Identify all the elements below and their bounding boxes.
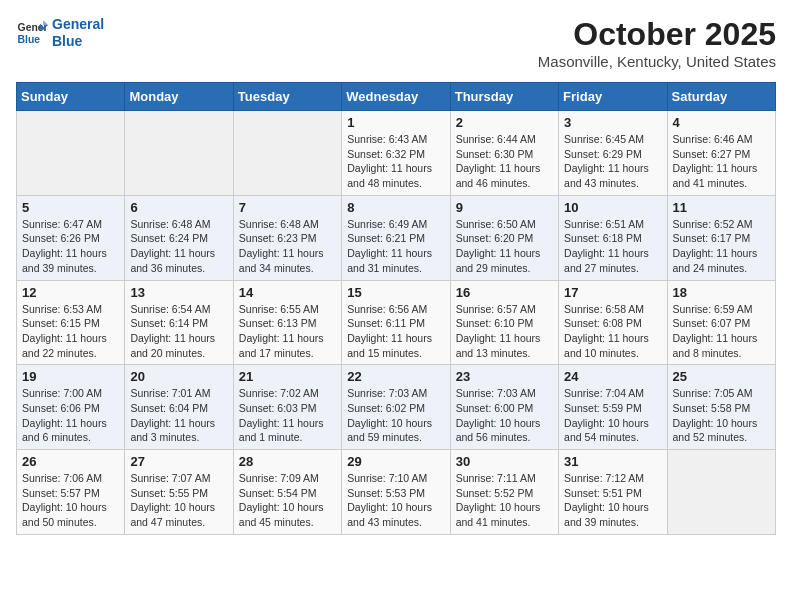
day-number: 22	[347, 369, 444, 384]
day-info: Sunrise: 6:48 AM Sunset: 6:24 PM Dayligh…	[130, 217, 227, 276]
calendar-cell: 15Sunrise: 6:56 AM Sunset: 6:11 PM Dayli…	[342, 280, 450, 365]
day-info: Sunrise: 6:55 AM Sunset: 6:13 PM Dayligh…	[239, 302, 336, 361]
day-info: Sunrise: 7:09 AM Sunset: 5:54 PM Dayligh…	[239, 471, 336, 530]
calendar-cell: 8Sunrise: 6:49 AM Sunset: 6:21 PM Daylig…	[342, 195, 450, 280]
day-number: 31	[564, 454, 661, 469]
day-info: Sunrise: 6:57 AM Sunset: 6:10 PM Dayligh…	[456, 302, 553, 361]
day-number: 18	[673, 285, 770, 300]
calendar-cell: 2Sunrise: 6:44 AM Sunset: 6:30 PM Daylig…	[450, 111, 558, 196]
day-info: Sunrise: 7:07 AM Sunset: 5:55 PM Dayligh…	[130, 471, 227, 530]
title-block: October 2025 Masonville, Kentucky, Unite…	[538, 16, 776, 70]
calendar-cell: 20Sunrise: 7:01 AM Sunset: 6:04 PM Dayli…	[125, 365, 233, 450]
day-info: Sunrise: 6:46 AM Sunset: 6:27 PM Dayligh…	[673, 132, 770, 191]
day-info: Sunrise: 7:10 AM Sunset: 5:53 PM Dayligh…	[347, 471, 444, 530]
month-title: October 2025	[538, 16, 776, 53]
day-info: Sunrise: 6:53 AM Sunset: 6:15 PM Dayligh…	[22, 302, 119, 361]
calendar-cell: 10Sunrise: 6:51 AM Sunset: 6:18 PM Dayli…	[559, 195, 667, 280]
calendar-cell: 27Sunrise: 7:07 AM Sunset: 5:55 PM Dayli…	[125, 450, 233, 535]
day-number: 27	[130, 454, 227, 469]
day-number: 3	[564, 115, 661, 130]
day-info: Sunrise: 6:58 AM Sunset: 6:08 PM Dayligh…	[564, 302, 661, 361]
logo: General Blue General Blue	[16, 16, 104, 50]
calendar-cell: 21Sunrise: 7:02 AM Sunset: 6:03 PM Dayli…	[233, 365, 341, 450]
calendar-cell: 19Sunrise: 7:00 AM Sunset: 6:06 PM Dayli…	[17, 365, 125, 450]
weekday-header-friday: Friday	[559, 83, 667, 111]
day-info: Sunrise: 7:00 AM Sunset: 6:06 PM Dayligh…	[22, 386, 119, 445]
weekday-header-sunday: Sunday	[17, 83, 125, 111]
calendar-week-1: 1Sunrise: 6:43 AM Sunset: 6:32 PM Daylig…	[17, 111, 776, 196]
day-number: 15	[347, 285, 444, 300]
calendar-cell	[667, 450, 775, 535]
calendar-week-4: 19Sunrise: 7:00 AM Sunset: 6:06 PM Dayli…	[17, 365, 776, 450]
day-info: Sunrise: 6:48 AM Sunset: 6:23 PM Dayligh…	[239, 217, 336, 276]
day-info: Sunrise: 6:54 AM Sunset: 6:14 PM Dayligh…	[130, 302, 227, 361]
day-info: Sunrise: 7:11 AM Sunset: 5:52 PM Dayligh…	[456, 471, 553, 530]
day-info: Sunrise: 6:50 AM Sunset: 6:20 PM Dayligh…	[456, 217, 553, 276]
weekday-header-monday: Monday	[125, 83, 233, 111]
calendar-cell: 12Sunrise: 6:53 AM Sunset: 6:15 PM Dayli…	[17, 280, 125, 365]
calendar-cell: 29Sunrise: 7:10 AM Sunset: 5:53 PM Dayli…	[342, 450, 450, 535]
day-info: Sunrise: 7:04 AM Sunset: 5:59 PM Dayligh…	[564, 386, 661, 445]
calendar-table: SundayMondayTuesdayWednesdayThursdayFrid…	[16, 82, 776, 535]
day-number: 21	[239, 369, 336, 384]
calendar-cell: 28Sunrise: 7:09 AM Sunset: 5:54 PM Dayli…	[233, 450, 341, 535]
day-info: Sunrise: 7:12 AM Sunset: 5:51 PM Dayligh…	[564, 471, 661, 530]
day-number: 28	[239, 454, 336, 469]
day-info: Sunrise: 6:52 AM Sunset: 6:17 PM Dayligh…	[673, 217, 770, 276]
day-info: Sunrise: 6:47 AM Sunset: 6:26 PM Dayligh…	[22, 217, 119, 276]
day-number: 25	[673, 369, 770, 384]
day-info: Sunrise: 6:45 AM Sunset: 6:29 PM Dayligh…	[564, 132, 661, 191]
calendar-cell: 18Sunrise: 6:59 AM Sunset: 6:07 PM Dayli…	[667, 280, 775, 365]
day-number: 12	[22, 285, 119, 300]
calendar-week-2: 5Sunrise: 6:47 AM Sunset: 6:26 PM Daylig…	[17, 195, 776, 280]
day-number: 11	[673, 200, 770, 215]
calendar-cell: 5Sunrise: 6:47 AM Sunset: 6:26 PM Daylig…	[17, 195, 125, 280]
logo-name-line2: Blue	[52, 33, 104, 50]
calendar-header-row: SundayMondayTuesdayWednesdayThursdayFrid…	[17, 83, 776, 111]
calendar-cell: 11Sunrise: 6:52 AM Sunset: 6:17 PM Dayli…	[667, 195, 775, 280]
calendar-cell: 31Sunrise: 7:12 AM Sunset: 5:51 PM Dayli…	[559, 450, 667, 535]
calendar-cell	[233, 111, 341, 196]
calendar-cell: 17Sunrise: 6:58 AM Sunset: 6:08 PM Dayli…	[559, 280, 667, 365]
calendar-cell: 6Sunrise: 6:48 AM Sunset: 6:24 PM Daylig…	[125, 195, 233, 280]
calendar-cell: 7Sunrise: 6:48 AM Sunset: 6:23 PM Daylig…	[233, 195, 341, 280]
day-number: 4	[673, 115, 770, 130]
day-number: 29	[347, 454, 444, 469]
day-number: 16	[456, 285, 553, 300]
day-number: 5	[22, 200, 119, 215]
location: Masonville, Kentucky, United States	[538, 53, 776, 70]
calendar-cell	[125, 111, 233, 196]
day-number: 13	[130, 285, 227, 300]
day-number: 23	[456, 369, 553, 384]
day-info: Sunrise: 6:59 AM Sunset: 6:07 PM Dayligh…	[673, 302, 770, 361]
day-info: Sunrise: 6:44 AM Sunset: 6:30 PM Dayligh…	[456, 132, 553, 191]
weekday-header-saturday: Saturday	[667, 83, 775, 111]
calendar-cell: 14Sunrise: 6:55 AM Sunset: 6:13 PM Dayli…	[233, 280, 341, 365]
day-info: Sunrise: 6:49 AM Sunset: 6:21 PM Dayligh…	[347, 217, 444, 276]
calendar-cell: 30Sunrise: 7:11 AM Sunset: 5:52 PM Dayli…	[450, 450, 558, 535]
day-number: 10	[564, 200, 661, 215]
day-number: 9	[456, 200, 553, 215]
calendar-cell: 25Sunrise: 7:05 AM Sunset: 5:58 PM Dayli…	[667, 365, 775, 450]
day-info: Sunrise: 6:56 AM Sunset: 6:11 PM Dayligh…	[347, 302, 444, 361]
calendar-cell: 9Sunrise: 6:50 AM Sunset: 6:20 PM Daylig…	[450, 195, 558, 280]
day-info: Sunrise: 6:43 AM Sunset: 6:32 PM Dayligh…	[347, 132, 444, 191]
calendar-week-3: 12Sunrise: 6:53 AM Sunset: 6:15 PM Dayli…	[17, 280, 776, 365]
day-number: 30	[456, 454, 553, 469]
day-number: 19	[22, 369, 119, 384]
calendar-cell: 1Sunrise: 6:43 AM Sunset: 6:32 PM Daylig…	[342, 111, 450, 196]
day-info: Sunrise: 7:02 AM Sunset: 6:03 PM Dayligh…	[239, 386, 336, 445]
calendar-cell: 3Sunrise: 6:45 AM Sunset: 6:29 PM Daylig…	[559, 111, 667, 196]
day-number: 1	[347, 115, 444, 130]
day-number: 17	[564, 285, 661, 300]
weekday-header-thursday: Thursday	[450, 83, 558, 111]
calendar-cell	[17, 111, 125, 196]
day-number: 24	[564, 369, 661, 384]
day-number: 8	[347, 200, 444, 215]
logo-icon: General Blue	[16, 17, 48, 49]
svg-text:Blue: Blue	[18, 33, 41, 44]
day-number: 6	[130, 200, 227, 215]
weekday-header-tuesday: Tuesday	[233, 83, 341, 111]
day-info: Sunrise: 7:01 AM Sunset: 6:04 PM Dayligh…	[130, 386, 227, 445]
logo-name-line1: General	[52, 16, 104, 33]
